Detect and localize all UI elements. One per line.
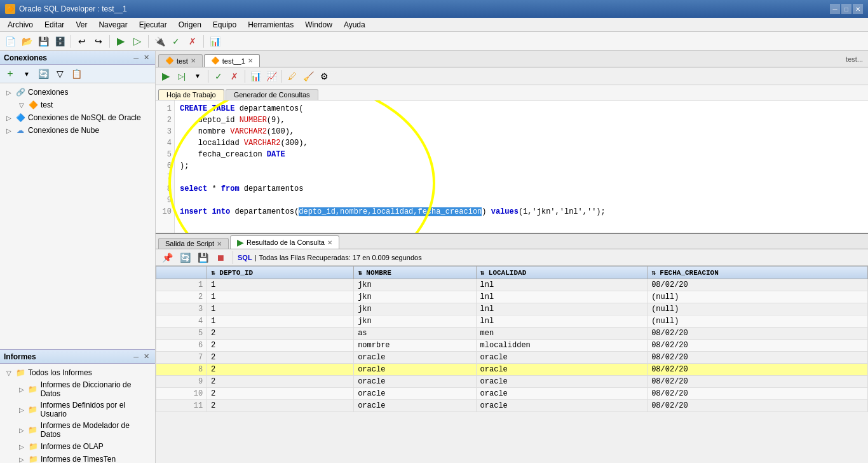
- maximize-button[interactable]: □: [841, 4, 851, 14]
- col-fecha[interactable]: ⇅ FECHA_CREACION: [648, 266, 868, 279]
- menu-navegar[interactable]: Navegar: [93, 19, 132, 31]
- schema-browser-button[interactable]: 📋: [69, 66, 84, 81]
- tree-item-test[interactable]: ▽ 🔶 test: [3, 99, 153, 111]
- save-button[interactable]: 💾: [36, 34, 51, 49]
- code-editor[interactable]: 1 2 3 4 5 6 7 8 9 10 CREATE TABLE depart…: [156, 100, 868, 234]
- open-button[interactable]: 📂: [19, 34, 34, 49]
- tree-item-modeler-reports[interactable]: ▷ 📁 Informes de Modelador de Datos: [3, 420, 153, 440]
- table-row[interactable]: 4 1 jkn lnl (null): [156, 315, 868, 328]
- run-button[interactable]: ▶: [113, 34, 128, 49]
- results-tab-script-close[interactable]: ✕: [217, 240, 222, 247]
- results-tab-query-close[interactable]: ✕: [327, 239, 332, 246]
- menu-window[interactable]: Window: [300, 19, 337, 31]
- pin-results-button[interactable]: 📌: [159, 250, 175, 265]
- save-all-button[interactable]: 🗄️: [52, 34, 67, 49]
- connections-minimize-button[interactable]: ─: [132, 53, 140, 62]
- expand-timesten-reports[interactable]: ▷: [18, 456, 25, 463]
- format-button[interactable]: ⚙: [316, 69, 332, 84]
- menu-origen[interactable]: Origen: [173, 19, 207, 31]
- refresh-connections-button[interactable]: 🔄: [36, 66, 51, 81]
- clear-highlight-button[interactable]: 🧹: [301, 69, 316, 84]
- tree-item-all-reports[interactable]: ▽ 📁 Todos los Informes: [3, 366, 153, 379]
- tab-test-close[interactable]: ✕: [191, 57, 196, 64]
- explain-button[interactable]: 📊: [207, 34, 222, 49]
- run-menu-button[interactable]: ▼: [190, 69, 205, 84]
- expand-user-reports[interactable]: ▷: [18, 406, 25, 413]
- editor-tab-worksheet[interactable]: Hoja de Trabajo: [158, 89, 224, 100]
- filter-connections-button[interactable]: ▽: [52, 66, 67, 81]
- table-row[interactable]: 11 2 oracle oracle 08/02/20: [156, 400, 868, 412]
- tree-item-nosql[interactable]: ▷ 🔷 Conexiones de NoSQL de Oracle: [3, 111, 153, 124]
- table-row[interactable]: 5 2 as men 08/02/20: [156, 328, 868, 340]
- minimize-button[interactable]: ─: [830, 4, 840, 14]
- col-localidad[interactable]: ⇅ LOCALIDAD: [476, 266, 648, 279]
- run-statement-button[interactable]: ▷|: [174, 69, 189, 84]
- add-connection-button[interactable]: +: [3, 66, 18, 81]
- tab-test1-close[interactable]: ✕: [248, 57, 253, 64]
- autotrace-button[interactable]: 📈: [264, 69, 279, 84]
- tab-test[interactable]: 🔶 test ✕: [158, 54, 203, 67]
- expand-test[interactable]: ▽: [18, 102, 25, 109]
- tree-item-timesten-reports[interactable]: ▷ 📁 Informes de TimesTen: [3, 453, 153, 463]
- connections-menu-button[interactable]: ▼: [19, 66, 34, 81]
- debug-button[interactable]: ▷: [130, 34, 145, 49]
- col-nombre[interactable]: ⇅ NOMBRE: [354, 266, 476, 279]
- new-button[interactable]: 📄: [3, 34, 18, 49]
- rollback-button[interactable]: ✗: [185, 34, 200, 49]
- commit-button[interactable]: ✓: [168, 34, 184, 49]
- results-table-container[interactable]: ⇅ DEPTO_ID ⇅ NOMBRE ⇅ LOCALIDAD: [156, 266, 868, 463]
- tree-item-user-reports[interactable]: ▷ 📁 Informes Definidos por el Usuario: [3, 399, 153, 420]
- tree-item-cloud[interactable]: ▷ ☁ Conexiones de Nube: [3, 124, 153, 137]
- cell-nombre: oracle: [354, 376, 476, 388]
- expand-cloud[interactable]: ▷: [5, 127, 13, 134]
- menu-ejecutar[interactable]: Ejecutar: [134, 19, 172, 31]
- menu-ver[interactable]: Ver: [71, 19, 92, 31]
- tree-item-conexiones[interactable]: ▷ 🔗 Conexiones: [3, 86, 153, 99]
- connections-close-button[interactable]: ✕: [142, 53, 151, 62]
- expand-dict-reports[interactable]: ▷: [18, 386, 25, 393]
- tree-item-dict-reports[interactable]: ▷ 📁 Informes de Diccionario de Datos: [3, 379, 153, 399]
- redo-button[interactable]: ↪: [91, 34, 106, 49]
- table-row[interactable]: 9 2 oracle oracle 08/02/20: [156, 376, 868, 388]
- menu-editar[interactable]: Editar: [39, 19, 69, 31]
- export-results-button[interactable]: 💾: [195, 250, 210, 265]
- menu-herramientas[interactable]: Herramientas: [243, 19, 299, 31]
- table-row[interactable]: 3 1 jkn lnl (null): [156, 303, 868, 315]
- col-depto-id[interactable]: ⇅ DEPTO_ID: [207, 266, 354, 279]
- refresh-results-button[interactable]: 🔄: [177, 250, 193, 265]
- tree-item-olap-reports[interactable]: ▷ 📁 Informes de OLAP: [3, 440, 153, 453]
- sql-code-content[interactable]: CREATE TABLE departamentos( depto_id NUM…: [175, 100, 868, 233]
- editor-tab-query-builder[interactable]: Generador de Consultas: [226, 89, 318, 100]
- explain-sql-button[interactable]: 📊: [248, 69, 263, 84]
- stop-button[interactable]: ⏹: [213, 250, 228, 265]
- expand-olap-reports[interactable]: ▷: [18, 443, 25, 450]
- results-tab-query[interactable]: ▶ Resultado de la Consulta ✕: [230, 235, 339, 249]
- reports-close-button[interactable]: ✕: [142, 352, 151, 361]
- commit-sql-button[interactable]: ✓: [211, 69, 226, 84]
- table-row[interactable]: 1 1 jkn lnl 08/02/20: [156, 279, 868, 291]
- expand-nosql[interactable]: ▷: [5, 114, 13, 121]
- cell-localidad: lnl: [476, 315, 648, 328]
- run-script-button[interactable]: ▶: [158, 69, 173, 84]
- titlebar-controls[interactable]: ─ □ ✕: [830, 4, 863, 14]
- expand-all-reports[interactable]: ▽: [5, 370, 13, 377]
- table-row[interactable]: 2 1 jkn lnl (null): [156, 291, 868, 303]
- tab-test1[interactable]: 🔶 test__1 ✕: [204, 54, 260, 67]
- menu-equipo[interactable]: Equipo: [208, 19, 241, 31]
- expand-conexiones[interactable]: ▷: [5, 89, 13, 96]
- menu-archivo[interactable]: Archivo: [3, 19, 38, 31]
- table-row[interactable]: 8 2 oracle oracle 08/02/20: [156, 364, 868, 376]
- table-row[interactable]: 7 2 oracle oracle 08/02/20: [156, 352, 868, 364]
- rollback-sql-button[interactable]: ✗: [227, 69, 242, 84]
- expand-modeler-reports[interactable]: ▷: [18, 427, 25, 434]
- undo-button[interactable]: ↩: [74, 34, 90, 49]
- connection-button[interactable]: 🔌: [152, 34, 167, 49]
- table-row[interactable]: 10 2 oracle oracle 08/02/20: [156, 388, 868, 400]
- highlight-button[interactable]: 🖊: [285, 69, 300, 84]
- results-tab-script[interactable]: Salida de Script ✕: [158, 238, 229, 249]
- menu-ayuda[interactable]: Ayuda: [339, 19, 370, 31]
- reports-minimize-button[interactable]: ─: [132, 352, 140, 361]
- table-row[interactable]: 6 2 nomrbre mlocalidden 08/02/20: [156, 340, 868, 352]
- conexiones-icon: 🔗: [15, 87, 25, 97]
- close-button[interactable]: ✕: [853, 4, 863, 14]
